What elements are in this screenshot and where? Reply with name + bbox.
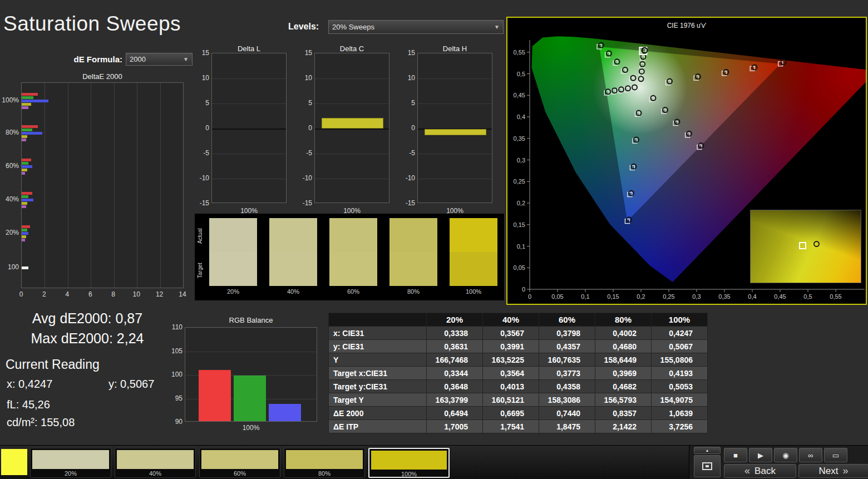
delta-y-tick: -15 [196,199,209,207]
gridline [418,78,492,79]
deltae-y-tick: 20% [1,229,19,236]
delta-y-tick: 15 [196,49,209,57]
patch-color [371,451,447,470]
deltae-bar-60%-4 [22,172,25,175]
levels-dropdown[interactable]: 20% Sweeps ▼ [328,20,504,34]
rgb-x-label: 100% [185,424,317,432]
gridline [114,83,115,288]
rgb-balance-chart: RGB Balance 1101051009590 100% [165,315,326,435]
row-label: Target y:CIE31 [329,380,427,393]
cell-value: 0,4013 [483,380,539,393]
table-row: y: CIE310,36310,39910,43570,46800,5067 [329,340,708,353]
rgb-bar-blue [269,404,301,421]
patch-color [286,450,363,469]
cell-value: 158,3086 [539,393,595,407]
cell-value: 156,5793 [595,393,652,407]
patch-button-20%[interactable]: 20% [30,448,111,478]
back-button[interactable]: « Back [724,464,796,478]
svg-text:0: 0 [528,293,531,300]
deltae-plot-area [21,82,184,288]
cell-value: 0,3798 [539,327,595,340]
stop-button[interactable]: ■ [724,448,747,462]
delta-l-chart: Delta L151050-5-10-15100% [196,45,289,215]
svg-text:0,05: 0,05 [551,293,563,300]
delta-y-tick: -10 [196,174,209,182]
play-icon: ▶ [758,451,763,460]
cell-value: 0,8357 [595,407,652,420]
cell-value: 158,6449 [595,353,652,367]
deltae-bar-100%-2 [22,100,48,102]
display-icon: ▭ [832,451,839,460]
cell-value: 0,6494 [427,407,483,420]
deltae-chart: DeltaE 2000 100%80%60%40%20%100 02468101… [1,71,188,300]
delta-h-chart: Delta H151050-5-10-15100% [402,45,495,215]
delta-plot-area [314,53,389,203]
cell-value: 0,4358 [539,380,595,393]
patch-button-40%[interactable]: 40% [115,448,196,478]
svg-text:0,25: 0,25 [514,178,525,185]
patch-label: 20% [31,470,111,477]
cell-value: 0,3969 [595,367,652,380]
target-row-label: Target [197,254,205,287]
de-formula-dropdown[interactable]: 2000 ▼ [126,53,193,66]
cell-value: 1,8475 [539,420,595,433]
deltae-bar-20%-4 [22,239,25,241]
meter-button[interactable]: ◉ [774,448,797,462]
delta-chart-title: Delta C [314,45,389,53]
target-color [450,252,497,286]
cell-value: 160,5121 [483,393,539,407]
target-color [389,252,437,286]
deltae-bar-20%-0 [22,225,30,228]
svg-text:0,2: 0,2 [517,200,525,206]
actual-color [269,218,317,252]
next-button[interactable]: Next » [798,464,868,478]
cell-value: 2,1422 [595,420,652,433]
pattern-window-button[interactable] [694,455,721,477]
compare-swatch-100% [450,218,497,286]
svg-text:0,55: 0,55 [830,293,841,300]
svg-text:0,15: 0,15 [607,293,619,300]
row-label: y: CIE31 [329,340,427,353]
svg-text:0: 0 [522,286,525,293]
deltae-y-tick: 100 [1,263,19,271]
display-button[interactable]: ▭ [824,448,847,462]
cell-value: 0,3773 [539,367,595,380]
deltae-bar-20%-1 [22,229,27,231]
gridline [212,103,286,104]
table-row: ΔE 20000,64940,66950,74400,83571,0639 [329,407,708,420]
deltae-y-tick: 100% [1,96,19,104]
tray-collapse-button[interactable]: ▴ [694,447,721,454]
delta-y-tick: 15 [299,49,312,57]
compare-swatch-label: 60% [329,288,377,295]
svg-text:0,4: 0,4 [748,293,756,300]
target-color [269,252,317,286]
rgb-y-tick: 105 [165,347,183,355]
deltae-bar-80%-3 [22,135,27,138]
table-column-header: 60% [539,313,595,327]
deltae-bar-80%-4 [22,139,26,141]
deltae-bar-60%-2 [22,165,32,168]
deltae-y-tick: 80% [1,129,19,136]
deltae-bar-60%-1 [22,162,28,165]
patch-button-80%[interactable]: 80% [284,448,365,478]
patch-button-100%[interactable]: 100% [368,448,450,478]
cell-value: 0,4193 [652,367,708,380]
continuous-button[interactable]: ∞ [799,448,822,462]
meter-icon: ◉ [782,451,788,460]
row-label: ΔE ITP [329,420,427,433]
play-button[interactable]: ▶ [749,448,772,462]
delta-bar [322,118,383,129]
svg-text:0,25: 0,25 [663,293,674,300]
row-label: Target x:CIE31 [329,367,427,380]
deltae-x-tick: 0 [15,290,27,298]
svg-text:0,05: 0,05 [514,264,525,271]
cell-value: 1,7005 [427,420,483,433]
deltae-bar-100%-4 [22,106,28,109]
chevron-right-icon: » [842,465,848,477]
table-row: Target x:CIE310,33440,35640,37730,39690,… [329,367,708,380]
cell-value: 0,3648 [427,380,483,393]
patch-button-60%[interactable]: 60% [199,448,280,478]
table-column-header: 40% [483,313,539,327]
compare-swatch-label: 40% [269,288,317,295]
actual-color [389,218,437,252]
